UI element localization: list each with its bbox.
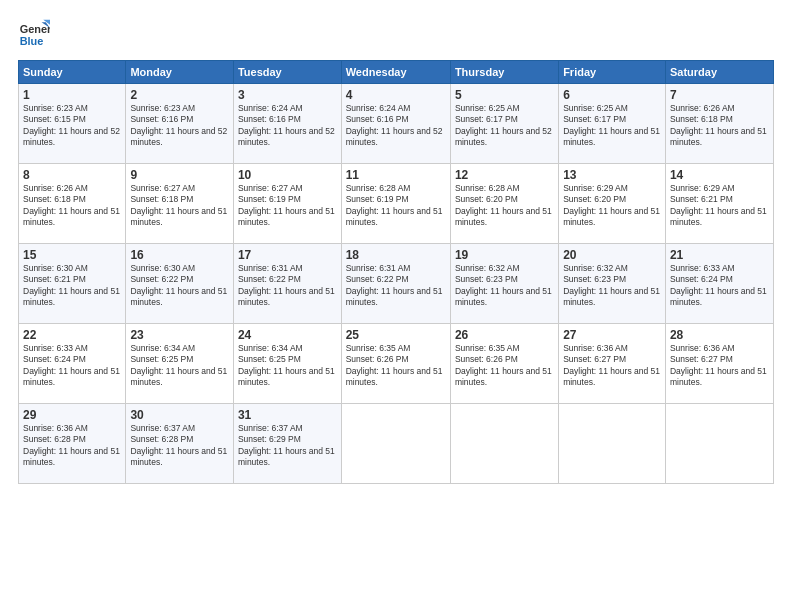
day-info: Sunrise: 6:35 AMSunset: 6:26 PMDaylight:… — [455, 343, 554, 389]
day-number: 15 — [23, 248, 121, 262]
day-info: Sunrise: 6:31 AMSunset: 6:22 PMDaylight:… — [238, 263, 337, 309]
day-info: Sunrise: 6:33 AMSunset: 6:24 PMDaylight:… — [670, 263, 769, 309]
day-info: Sunrise: 6:37 AMSunset: 6:29 PMDaylight:… — [238, 423, 337, 469]
day-info: Sunrise: 6:26 AMSunset: 6:18 PMDaylight:… — [670, 103, 769, 149]
calendar-cell: 29Sunrise: 6:36 AMSunset: 6:28 PMDayligh… — [19, 404, 126, 484]
day-number: 16 — [130, 248, 229, 262]
calendar-cell — [665, 404, 773, 484]
day-info: Sunrise: 6:23 AMSunset: 6:15 PMDaylight:… — [23, 103, 121, 149]
calendar-week-5: 29Sunrise: 6:36 AMSunset: 6:28 PMDayligh… — [19, 404, 774, 484]
generalblue-logo-icon: General Blue — [18, 18, 50, 50]
calendar-cell: 30Sunrise: 6:37 AMSunset: 6:28 PMDayligh… — [126, 404, 234, 484]
day-info: Sunrise: 6:25 AMSunset: 6:17 PMDaylight:… — [563, 103, 661, 149]
day-number: 13 — [563, 168, 661, 182]
day-number: 24 — [238, 328, 337, 342]
day-number: 25 — [346, 328, 446, 342]
day-number: 22 — [23, 328, 121, 342]
calendar-cell — [450, 404, 558, 484]
day-number: 1 — [23, 88, 121, 102]
day-info: Sunrise: 6:37 AMSunset: 6:28 PMDaylight:… — [130, 423, 229, 469]
calendar-cell: 7Sunrise: 6:26 AMSunset: 6:18 PMDaylight… — [665, 84, 773, 164]
day-info: Sunrise: 6:29 AMSunset: 6:20 PMDaylight:… — [563, 183, 661, 229]
day-number: 5 — [455, 88, 554, 102]
day-info: Sunrise: 6:33 AMSunset: 6:24 PMDaylight:… — [23, 343, 121, 389]
day-number: 27 — [563, 328, 661, 342]
page: General Blue SundayMondayTuesdayWednesda… — [0, 0, 792, 612]
day-number: 3 — [238, 88, 337, 102]
day-number: 17 — [238, 248, 337, 262]
calendar-header-sunday: Sunday — [19, 61, 126, 84]
calendar-cell: 28Sunrise: 6:36 AMSunset: 6:27 PMDayligh… — [665, 324, 773, 404]
day-number: 20 — [563, 248, 661, 262]
day-info: Sunrise: 6:29 AMSunset: 6:21 PMDaylight:… — [670, 183, 769, 229]
calendar-header-wednesday: Wednesday — [341, 61, 450, 84]
day-info: Sunrise: 6:34 AMSunset: 6:25 PMDaylight:… — [130, 343, 229, 389]
calendar-header-friday: Friday — [559, 61, 666, 84]
calendar-week-4: 22Sunrise: 6:33 AMSunset: 6:24 PMDayligh… — [19, 324, 774, 404]
calendar-cell — [341, 404, 450, 484]
calendar-week-3: 15Sunrise: 6:30 AMSunset: 6:21 PMDayligh… — [19, 244, 774, 324]
day-number: 12 — [455, 168, 554, 182]
calendar-cell: 2Sunrise: 6:23 AMSunset: 6:16 PMDaylight… — [126, 84, 234, 164]
calendar-table: SundayMondayTuesdayWednesdayThursdayFrid… — [18, 60, 774, 484]
day-info: Sunrise: 6:23 AMSunset: 6:16 PMDaylight:… — [130, 103, 229, 149]
day-number: 11 — [346, 168, 446, 182]
calendar-cell: 5Sunrise: 6:25 AMSunset: 6:17 PMDaylight… — [450, 84, 558, 164]
calendar-cell: 1Sunrise: 6:23 AMSunset: 6:15 PMDaylight… — [19, 84, 126, 164]
day-info: Sunrise: 6:30 AMSunset: 6:22 PMDaylight:… — [130, 263, 229, 309]
calendar-header-monday: Monday — [126, 61, 234, 84]
calendar-cell: 18Sunrise: 6:31 AMSunset: 6:22 PMDayligh… — [341, 244, 450, 324]
calendar-cell: 24Sunrise: 6:34 AMSunset: 6:25 PMDayligh… — [233, 324, 341, 404]
day-number: 10 — [238, 168, 337, 182]
calendar-cell: 21Sunrise: 6:33 AMSunset: 6:24 PMDayligh… — [665, 244, 773, 324]
day-number: 8 — [23, 168, 121, 182]
calendar-cell: 10Sunrise: 6:27 AMSunset: 6:19 PMDayligh… — [233, 164, 341, 244]
calendar-cell: 9Sunrise: 6:27 AMSunset: 6:18 PMDaylight… — [126, 164, 234, 244]
day-info: Sunrise: 6:31 AMSunset: 6:22 PMDaylight:… — [346, 263, 446, 309]
day-number: 7 — [670, 88, 769, 102]
day-info: Sunrise: 6:30 AMSunset: 6:21 PMDaylight:… — [23, 263, 121, 309]
calendar-cell: 6Sunrise: 6:25 AMSunset: 6:17 PMDaylight… — [559, 84, 666, 164]
calendar-header-saturday: Saturday — [665, 61, 773, 84]
day-number: 31 — [238, 408, 337, 422]
calendar-cell: 11Sunrise: 6:28 AMSunset: 6:19 PMDayligh… — [341, 164, 450, 244]
day-info: Sunrise: 6:34 AMSunset: 6:25 PMDaylight:… — [238, 343, 337, 389]
day-number: 23 — [130, 328, 229, 342]
day-number: 30 — [130, 408, 229, 422]
calendar-cell — [559, 404, 666, 484]
svg-text:General: General — [20, 23, 50, 35]
day-number: 4 — [346, 88, 446, 102]
day-info: Sunrise: 6:28 AMSunset: 6:20 PMDaylight:… — [455, 183, 554, 229]
day-number: 14 — [670, 168, 769, 182]
day-info: Sunrise: 6:36 AMSunset: 6:28 PMDaylight:… — [23, 423, 121, 469]
svg-text:Blue: Blue — [20, 35, 44, 47]
day-number: 2 — [130, 88, 229, 102]
day-info: Sunrise: 6:24 AMSunset: 6:16 PMDaylight:… — [238, 103, 337, 149]
day-number: 28 — [670, 328, 769, 342]
calendar-cell: 22Sunrise: 6:33 AMSunset: 6:24 PMDayligh… — [19, 324, 126, 404]
day-number: 9 — [130, 168, 229, 182]
calendar-cell: 25Sunrise: 6:35 AMSunset: 6:26 PMDayligh… — [341, 324, 450, 404]
calendar-cell: 23Sunrise: 6:34 AMSunset: 6:25 PMDayligh… — [126, 324, 234, 404]
calendar-cell: 20Sunrise: 6:32 AMSunset: 6:23 PMDayligh… — [559, 244, 666, 324]
day-info: Sunrise: 6:32 AMSunset: 6:23 PMDaylight:… — [563, 263, 661, 309]
calendar-cell: 27Sunrise: 6:36 AMSunset: 6:27 PMDayligh… — [559, 324, 666, 404]
day-info: Sunrise: 6:27 AMSunset: 6:19 PMDaylight:… — [238, 183, 337, 229]
calendar-header-tuesday: Tuesday — [233, 61, 341, 84]
day-info: Sunrise: 6:26 AMSunset: 6:18 PMDaylight:… — [23, 183, 121, 229]
calendar-week-2: 8Sunrise: 6:26 AMSunset: 6:18 PMDaylight… — [19, 164, 774, 244]
calendar-week-1: 1Sunrise: 6:23 AMSunset: 6:15 PMDaylight… — [19, 84, 774, 164]
calendar-cell: 13Sunrise: 6:29 AMSunset: 6:20 PMDayligh… — [559, 164, 666, 244]
day-number: 18 — [346, 248, 446, 262]
calendar-cell: 19Sunrise: 6:32 AMSunset: 6:23 PMDayligh… — [450, 244, 558, 324]
day-info: Sunrise: 6:36 AMSunset: 6:27 PMDaylight:… — [563, 343, 661, 389]
day-number: 29 — [23, 408, 121, 422]
day-info: Sunrise: 6:24 AMSunset: 6:16 PMDaylight:… — [346, 103, 446, 149]
day-number: 21 — [670, 248, 769, 262]
day-number: 6 — [563, 88, 661, 102]
calendar-header-thursday: Thursday — [450, 61, 558, 84]
header: General Blue — [18, 18, 774, 50]
calendar-header-row: SundayMondayTuesdayWednesdayThursdayFrid… — [19, 61, 774, 84]
calendar-cell: 16Sunrise: 6:30 AMSunset: 6:22 PMDayligh… — [126, 244, 234, 324]
day-info: Sunrise: 6:35 AMSunset: 6:26 PMDaylight:… — [346, 343, 446, 389]
